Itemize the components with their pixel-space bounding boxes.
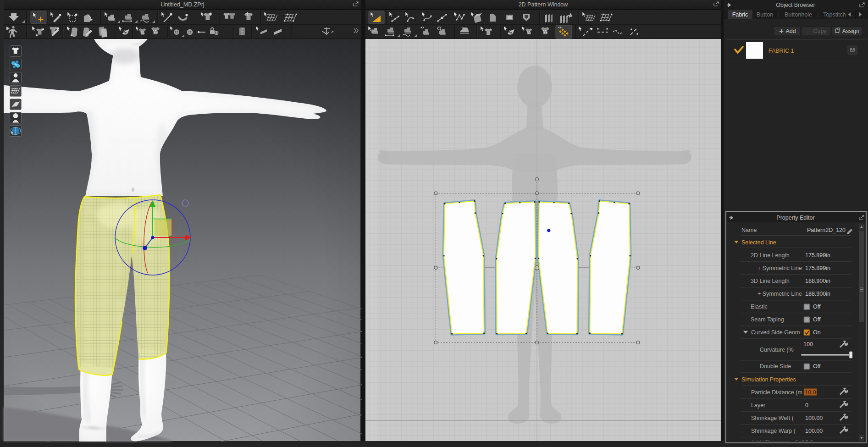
svg-text:188.900in: 188.900in — [805, 278, 830, 284]
svg-text:+ Symmetric Line: + Symmetric Line — [757, 265, 802, 271]
svg-text:Simulation Properties: Simulation Properties — [741, 376, 796, 383]
svg-text:0: 0 — [805, 402, 808, 408]
svg-text:Elastic: Elastic — [751, 304, 768, 310]
svg-text:Button: Button — [757, 11, 773, 18]
svg-text:188.900in: 188.900in — [805, 291, 830, 297]
svg-text:Seam Taping: Seam Taping — [751, 316, 784, 323]
svg-text:Shrinkage Warp (: Shrinkage Warp ( — [751, 428, 796, 434]
svg-text:175.899in: 175.899in — [805, 252, 830, 259]
svg-text:100.00: 100.00 — [805, 428, 823, 434]
svg-text:Particle Distance (m: Particle Distance (m — [751, 389, 802, 396]
svg-text:Fabric: Fabric — [732, 11, 748, 18]
svg-text:Shrinkage Weft (: Shrinkage Weft ( — [751, 415, 794, 421]
svg-text:Layer: Layer — [751, 402, 765, 408]
svg-text:10.0: 10.0 — [805, 389, 816, 396]
svg-text:Property Editor: Property Editor — [776, 215, 814, 221]
svg-text:On: On — [813, 329, 821, 336]
svg-text:Pattern2D_120: Pattern2D_120 — [807, 227, 846, 233]
svg-text:Off: Off — [813, 316, 821, 323]
svg-text:Curvature (%: Curvature (% — [760, 347, 794, 353]
svg-text:+ Symmetric Line: + Symmetric Line — [757, 291, 802, 297]
svg-text:Copy: Copy — [813, 28, 827, 34]
svg-text:Name: Name — [741, 227, 757, 233]
svg-text:Curved Side Geom: Curved Side Geom — [751, 329, 800, 336]
svg-text:175.899in: 175.899in — [805, 265, 830, 271]
svg-text:3D Line Length: 3D Line Length — [751, 278, 790, 284]
svg-text:Object Browser: Object Browser — [776, 2, 815, 8]
svg-text:FABRIC 1: FABRIC 1 — [768, 48, 794, 54]
svg-text:2D Line Length: 2D Line Length — [751, 252, 790, 259]
svg-text:Topstitch: Topstitch — [823, 11, 846, 18]
svg-text:Add: Add — [785, 28, 796, 34]
svg-text:Assign: Assign — [842, 28, 860, 34]
svg-text:100: 100 — [803, 341, 813, 348]
svg-text:Off: Off — [813, 363, 821, 370]
svg-text:Double Side: Double Side — [760, 363, 791, 370]
svg-text:Selected Line: Selected Line — [741, 239, 776, 246]
svg-text:Buttonhole: Buttonhole — [785, 11, 812, 18]
svg-text:Off: Off — [813, 304, 821, 310]
svg-text:100.00: 100.00 — [805, 415, 823, 421]
